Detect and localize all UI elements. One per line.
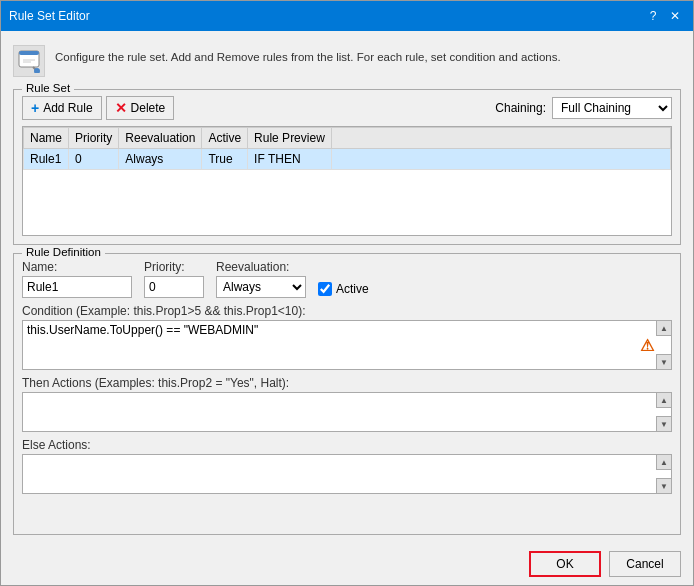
help-button[interactable]: ? bbox=[643, 6, 663, 26]
delete-label: Delete bbox=[131, 101, 166, 115]
else-wrapper: ▲ ▼ bbox=[22, 454, 672, 494]
reeval-label: Reevaluation: bbox=[216, 260, 306, 274]
priority-field-group: Priority: bbox=[144, 260, 204, 298]
ok-button[interactable]: OK bbox=[529, 551, 601, 577]
else-scroll-up-btn[interactable]: ▲ bbox=[656, 454, 672, 470]
then-scrollbar: ▲ ▼ bbox=[656, 392, 672, 432]
then-section: Then Actions (Examples: this.Prop2 = "Ye… bbox=[22, 376, 672, 432]
cell-priority: 0 bbox=[69, 149, 119, 170]
cell-name: Rule1 bbox=[24, 149, 69, 170]
rule-set-buttons: + Add Rule ✕ Delete bbox=[22, 96, 174, 120]
scroll-up-btn[interactable]: ▲ bbox=[656, 320, 672, 336]
col-priority: Priority bbox=[69, 128, 119, 149]
else-section: Else Actions: ▲ ▼ bbox=[22, 438, 672, 494]
condition-wrapper: this.UserName.ToUpper() == "WEBADMIN" ▲ … bbox=[22, 320, 672, 370]
rule-set-group: Rule Set + Add Rule ✕ Delete Chaining: bbox=[13, 89, 681, 245]
rule-table-container: Name Priority Reevaluation Active Rule P… bbox=[22, 126, 672, 236]
info-text: Configure the rule set. Add and Remove r… bbox=[55, 45, 561, 66]
delete-button[interactable]: ✕ Delete bbox=[106, 96, 175, 120]
chaining-label: Chaining: bbox=[495, 101, 546, 115]
rule-def-fields: Name: Priority: Reevaluation: Always Nev… bbox=[22, 260, 672, 298]
title-bar-left: Rule Set Editor bbox=[9, 9, 90, 23]
rule-def-legend: Rule Definition bbox=[22, 246, 105, 258]
then-wrapper: ▲ ▼ bbox=[22, 392, 672, 432]
priority-label: Priority: bbox=[144, 260, 204, 274]
title-bar: Rule Set Editor ? ✕ bbox=[1, 1, 693, 31]
else-scroll-down-btn[interactable]: ▼ bbox=[656, 478, 672, 494]
name-input[interactable] bbox=[22, 276, 132, 298]
cancel-button[interactable]: Cancel bbox=[609, 551, 681, 577]
col-active: Active bbox=[202, 128, 248, 149]
active-checkbox-group: Active bbox=[318, 282, 369, 298]
add-rule-button[interactable]: + Add Rule bbox=[22, 96, 102, 120]
rule-set-legend: Rule Set bbox=[22, 82, 74, 94]
else-scrollbar: ▲ ▼ bbox=[656, 454, 672, 494]
condition-scrollbar: ▲ ▼ bbox=[656, 320, 672, 370]
delete-icon: ✕ bbox=[115, 100, 127, 116]
title-bar-controls: ? ✕ bbox=[643, 6, 685, 26]
rule-table: Name Priority Reevaluation Active Rule P… bbox=[23, 127, 671, 170]
else-textarea[interactable] bbox=[22, 454, 672, 494]
chaining-select[interactable]: Full Chaining First Applicable No Chaini… bbox=[552, 97, 672, 119]
info-icon bbox=[13, 45, 45, 77]
then-label: Then Actions (Examples: this.Prop2 = "Ye… bbox=[22, 376, 672, 390]
condition-textarea[interactable]: this.UserName.ToUpper() == "WEBADMIN" bbox=[22, 320, 672, 370]
col-empty bbox=[331, 128, 670, 149]
cell-active: True bbox=[202, 149, 248, 170]
then-textarea[interactable] bbox=[22, 392, 672, 432]
cell-filler bbox=[331, 149, 670, 170]
add-rule-label: Add Rule bbox=[43, 101, 92, 115]
then-scroll-up-btn[interactable]: ▲ bbox=[656, 392, 672, 408]
condition-label: Condition (Example: this.Prop1>5 && this… bbox=[22, 304, 672, 318]
cell-reevaluation: Always bbox=[119, 149, 202, 170]
reeval-select[interactable]: Always Never bbox=[216, 276, 306, 298]
condition-section: Condition (Example: this.Prop1>5 && this… bbox=[22, 304, 672, 370]
close-button[interactable]: ✕ bbox=[665, 6, 685, 26]
window-title: Rule Set Editor bbox=[9, 9, 90, 23]
col-reevaluation: Reevaluation bbox=[119, 128, 202, 149]
priority-input[interactable] bbox=[144, 276, 204, 298]
active-checkbox[interactable] bbox=[318, 282, 332, 296]
cell-preview: IF THEN bbox=[248, 149, 332, 170]
scroll-down-btn[interactable]: ▼ bbox=[656, 354, 672, 370]
then-scroll-down-btn[interactable]: ▼ bbox=[656, 416, 672, 432]
col-name: Name bbox=[24, 128, 69, 149]
window-content: Configure the rule set. Add and Remove r… bbox=[1, 31, 693, 545]
error-icon: ⚠ bbox=[640, 336, 654, 355]
chaining-area: Chaining: Full Chaining First Applicable… bbox=[495, 97, 672, 119]
add-icon: + bbox=[31, 100, 39, 116]
else-label: Else Actions: bbox=[22, 438, 672, 452]
footer: OK Cancel bbox=[1, 545, 693, 585]
table-row[interactable]: Rule1 0 Always True IF THEN bbox=[24, 149, 671, 170]
reeval-field-group: Reevaluation: Always Never bbox=[216, 260, 306, 298]
rule-set-header: + Add Rule ✕ Delete Chaining: Full Chain… bbox=[22, 96, 672, 120]
main-window: Rule Set Editor ? ✕ Configure the rule s… bbox=[0, 0, 694, 586]
info-bar: Configure the rule set. Add and Remove r… bbox=[13, 41, 681, 81]
name-label: Name: bbox=[22, 260, 132, 274]
active-label: Active bbox=[336, 282, 369, 296]
svg-rect-1 bbox=[19, 51, 39, 55]
name-field-group: Name: bbox=[22, 260, 132, 298]
rule-def-group: Rule Definition Name: Priority: Reevalua… bbox=[13, 253, 681, 535]
col-preview: Rule Preview bbox=[248, 128, 332, 149]
